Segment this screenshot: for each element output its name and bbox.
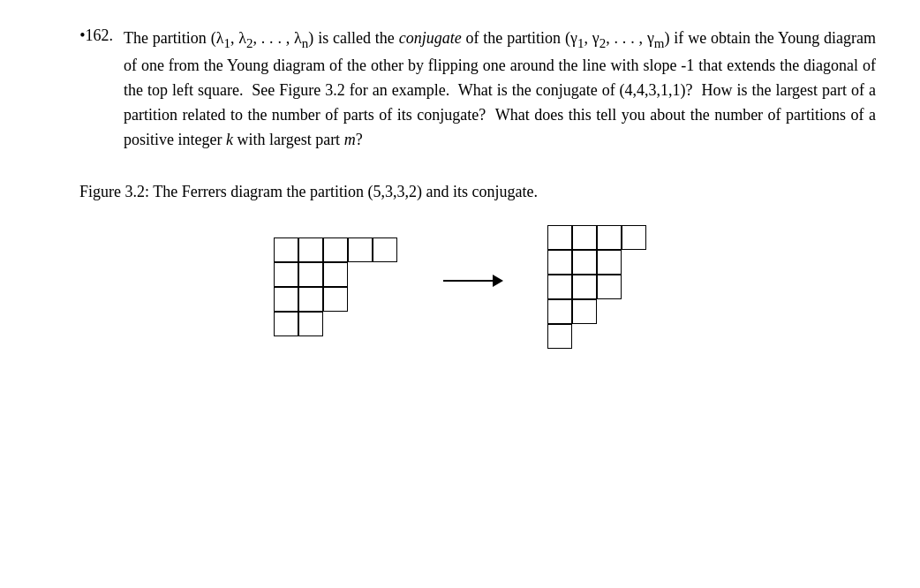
right-ferrers-diagram [547,225,646,353]
ferrers-cell [373,237,397,262]
ferrers-row [274,312,397,336]
ferrers-cell [274,262,298,287]
ferrers-row [547,299,646,324]
ferrers-row [547,275,646,299]
ferrers-cell [547,299,572,324]
ferrers-cell [298,287,323,312]
ferrers-row [274,262,397,287]
ferrers-cell [572,299,597,324]
ferrers-cell [572,225,597,250]
ferrers-cell [547,324,572,349]
svg-marker-1 [493,275,503,287]
ferrers-row [547,324,646,349]
ferrers-cell [323,287,348,312]
number: 162. [86,26,114,44]
ferrers-cell [298,237,323,262]
ferrers-cell [274,287,298,312]
ferrers-cell [597,275,622,299]
ferrers-cell [547,275,572,299]
problem-number: •162. [44,26,124,152]
ferrers-cell [547,225,572,250]
left-ferrers-grid [274,237,397,336]
ferrers-cell [348,237,373,262]
problem-block: •162. The partition (λ1, λ2, . . . , λn)… [44,26,876,152]
ferrers-row [274,237,397,262]
diagrams-row [44,225,876,353]
figure-caption: Figure 3.2: The Ferrers diagram the part… [79,180,876,204]
ferrers-cell [597,225,622,250]
ferrers-cell [597,250,622,275]
ferrers-cell [274,237,298,262]
ferrers-cell [622,225,646,250]
ferrers-cell [323,262,348,287]
ferrers-row [547,225,646,250]
ferrers-cell [572,250,597,275]
ferrers-cell [547,250,572,275]
right-arrow-icon [441,268,503,293]
problem-text: The partition (λ1, λ2, . . . , λn) is ca… [124,26,876,152]
ferrers-row [547,250,646,275]
ferrers-cell [572,275,597,299]
arrow [441,268,503,311]
left-ferrers-diagram [274,237,397,341]
right-ferrers-grid [547,225,646,349]
ferrers-cell [323,237,348,262]
ferrers-cell [274,312,298,336]
ferrers-row [274,287,397,312]
ferrers-cell [298,312,323,336]
ferrers-cell [298,262,323,287]
